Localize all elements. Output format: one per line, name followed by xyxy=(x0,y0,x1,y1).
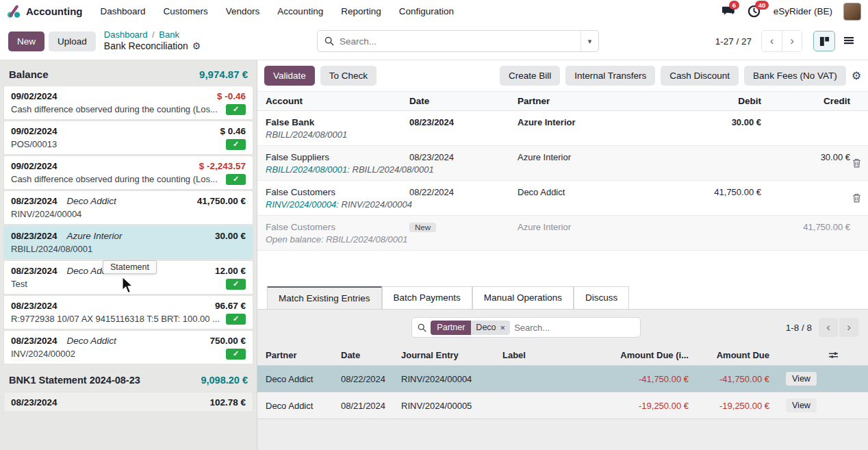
tab-match-existing-entries[interactable]: Match Existing Entries xyxy=(267,286,382,309)
match-pager-prev-button[interactable]: ‹ xyxy=(819,318,838,337)
tab-discuss[interactable]: Discuss xyxy=(574,286,629,309)
match-search-dropdown-toggle[interactable]: ▾ xyxy=(640,318,641,337)
col-amount-due-currency[interactable]: Amount Due (i... xyxy=(609,350,697,360)
breadcrumb-bank[interactable]: Bank xyxy=(159,29,179,40)
line-ref: RINV/2024/00004 xyxy=(11,209,246,219)
col-amount-due[interactable]: Amount Due xyxy=(697,350,778,360)
col-date[interactable]: Date xyxy=(401,96,509,106)
move-line-row[interactable]: False Customers 08/22/2024 Deco Addict 4… xyxy=(257,181,868,216)
create-bill-button[interactable]: Create Bill xyxy=(500,66,560,86)
statement-line-card[interactable]: 08/23/2024 102.78 € xyxy=(4,392,253,412)
ml-ref-link[interactable]: RINV/2024/00004 xyxy=(266,199,336,210)
pager-prev-button[interactable]: ‹ xyxy=(762,31,782,51)
move-line-row[interactable]: False Suppliers 08/23/2024 Azure Interio… xyxy=(257,146,868,181)
mt-amount-due: -19,250.00 € xyxy=(697,401,778,411)
statement-line-card[interactable]: 08/23/2024 Deco Addict 750.00 € INV/2024… xyxy=(4,331,253,364)
line-amount: 750.00 € xyxy=(209,336,246,346)
reco-settings-gear-icon[interactable]: ⚙ xyxy=(852,69,861,82)
move-lines-header: Account Date Partner Debit Credit xyxy=(257,91,868,111)
menu-reporting[interactable]: Reporting xyxy=(341,6,381,16)
ml-ref: : RBILL/2024/08/0001 xyxy=(347,164,434,175)
line-amount: 41,750.00 € xyxy=(197,196,246,206)
adjust-columns-icon xyxy=(828,351,839,360)
match-search-box: Partner Deco × ▾ xyxy=(411,317,641,338)
statement-line-card[interactable]: 09/02/2024 $ 0.46 POS/00013 ✓ xyxy=(4,121,253,154)
balance-value: 9,974.87 € xyxy=(199,68,248,80)
reconciled-check-icon: ✓ xyxy=(226,314,246,325)
match-row[interactable]: Deco Addict 08/21/2024 RINV/2024/00005 -… xyxy=(257,392,868,419)
cash-discount-button[interactable]: Cash Discount xyxy=(661,66,739,86)
ml-date: 08/22/2024 xyxy=(401,187,509,197)
col-partner[interactable]: Partner xyxy=(509,96,684,106)
view-button[interactable]: View xyxy=(786,399,817,412)
line-amount: $ 0.46 xyxy=(220,126,246,136)
new-button[interactable]: New xyxy=(8,32,44,51)
activities-button[interactable]: 40 xyxy=(748,5,763,18)
menu-vendors[interactable]: Vendors xyxy=(226,6,260,16)
menu-dashboard[interactable]: Dashboard xyxy=(101,6,146,16)
line-amount: $ -0.46 xyxy=(217,91,246,101)
statement-line-card[interactable]: 09/02/2024 $ -2,243.57 Cash difference o… xyxy=(4,156,253,189)
col-date[interactable]: Date xyxy=(333,350,393,360)
col-debit[interactable]: Debit xyxy=(684,96,769,106)
match-pager-next-button[interactable]: › xyxy=(839,318,858,337)
statement-line-card[interactable]: 09/02/2024 $ -0.46 Cash difference obser… xyxy=(4,86,253,119)
ml-ref: Open balance: RBILL/2024/08/0001 xyxy=(266,234,407,245)
column-settings-button[interactable] xyxy=(820,351,843,360)
reconciled-check-icon: ✓ xyxy=(226,174,246,185)
facet-remove-icon[interactable]: × xyxy=(500,323,506,333)
avatar[interactable] xyxy=(843,3,861,21)
search-dropdown-toggle[interactable]: ▾ xyxy=(580,31,598,51)
match-pager: 1-8 / 8 xyxy=(786,323,812,333)
pager-next-button[interactable]: › xyxy=(782,31,802,51)
col-label[interactable]: Label xyxy=(494,350,609,360)
line-date: 08/23/2024 xyxy=(11,266,58,276)
tab-batch-payments[interactable]: Batch Payments xyxy=(382,286,472,309)
line-date: 08/23/2024 xyxy=(11,301,58,311)
delete-line-button[interactable] xyxy=(852,158,861,168)
tab-manual-operations[interactable]: Manual Operations xyxy=(472,286,574,309)
mt-partner: Deco Addict xyxy=(257,374,333,384)
bank-fees-button[interactable]: Bank Fees (No VAT) xyxy=(744,66,846,86)
caret-down-icon: ▾ xyxy=(588,37,592,46)
menu-configuration[interactable]: Configuration xyxy=(399,6,454,16)
line-ref: R:9772938 10/07 AX 9415116318 T:5 BRT: 1… xyxy=(11,314,220,324)
statement-line-card-selected[interactable]: 08/23/2024 Azure Interior 30.00 € RBILL/… xyxy=(4,226,253,259)
internal-transfers-button[interactable]: Internal Transfers xyxy=(565,66,655,86)
delete-line-button[interactable] xyxy=(852,193,861,203)
match-search-input[interactable] xyxy=(514,323,635,333)
main-menu: Dashboard Customers Vendors Accounting R… xyxy=(101,6,455,16)
upload-button[interactable]: Upload xyxy=(49,32,96,51)
col-partner[interactable]: Partner xyxy=(257,350,333,360)
move-line-row[interactable]: False Customers New Azure Interior 41,75… xyxy=(257,216,868,251)
balance-label: Balance xyxy=(9,68,49,80)
to-check-button[interactable]: To Check xyxy=(320,66,376,86)
app-brand[interactable]: Accounting xyxy=(26,5,83,17)
breadcrumb-dashboard[interactable]: Dashboard xyxy=(104,29,148,40)
messages-button[interactable]: 6 xyxy=(722,5,737,18)
list-view-toggle[interactable] xyxy=(838,31,860,51)
col-account[interactable]: Account xyxy=(257,96,401,106)
menu-accounting[interactable]: Accounting xyxy=(277,6,323,16)
col-journal-entry[interactable]: Journal Entry xyxy=(393,350,494,360)
company-user-label[interactable]: eSyRider (BE) xyxy=(774,6,832,16)
page-settings-gear-icon[interactable]: ⚙ xyxy=(192,40,201,53)
ml-credit: 41,750.00 € xyxy=(769,222,858,232)
view-button[interactable]: View xyxy=(786,372,817,386)
ml-ref-link[interactable]: RBILL/2024/08/0001 xyxy=(266,164,347,175)
col-credit[interactable]: Credit xyxy=(769,96,858,106)
validate-button[interactable]: Validate xyxy=(264,66,315,86)
match-row[interactable]: Deco Addict 08/22/2024 RINV/2024/00004 -… xyxy=(257,366,868,392)
line-date: 08/23/2024 xyxy=(11,231,58,241)
main-search-input[interactable] xyxy=(340,36,574,47)
menu-customers[interactable]: Customers xyxy=(164,6,208,16)
list-icon xyxy=(843,36,854,46)
accounting-app-icon[interactable] xyxy=(7,5,21,18)
kanban-view-toggle[interactable] xyxy=(813,31,835,51)
move-line-row[interactable]: False Bank 08/23/2024 Azure Interior 30.… xyxy=(257,111,868,146)
trash-icon xyxy=(852,158,861,168)
search-facet-partner: Partner Deco × xyxy=(431,321,510,335)
statement-line-card[interactable]: 08/23/2024 Deco Addict 41,750.00 € RINV/… xyxy=(4,191,253,224)
activities-count-badge: 40 xyxy=(755,1,769,10)
statement-line-card[interactable]: 08/23/2024 96.67 € R:9772938 10/07 AX 94… xyxy=(4,296,253,329)
